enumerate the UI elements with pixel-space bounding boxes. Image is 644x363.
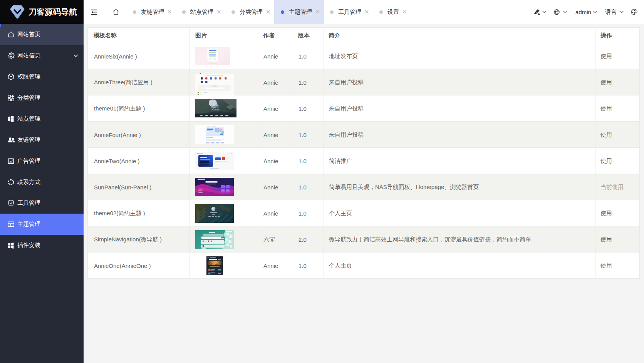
svg-text:A: A [538,12,540,15]
svg-text:决战!传送门: 决战!传送门 [211,109,220,110]
